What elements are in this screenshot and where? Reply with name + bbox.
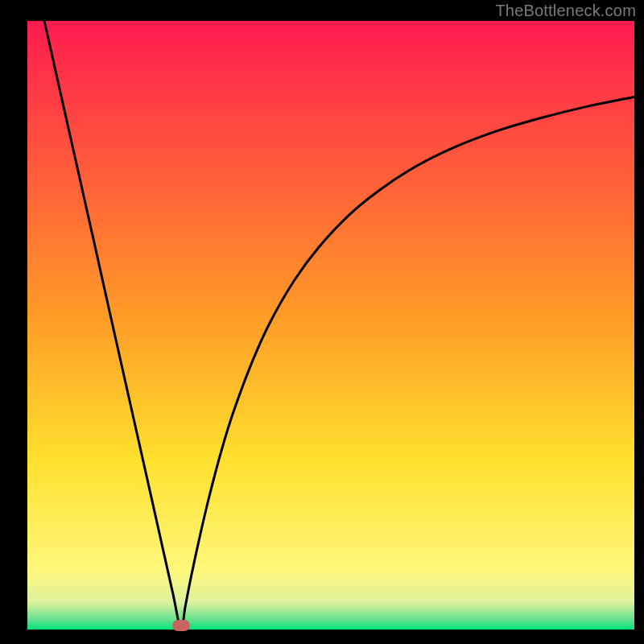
chart-minimum-marker [172, 620, 190, 631]
chart-svg [27, 21, 634, 630]
chart-area [27, 21, 634, 630]
watermark-text: TheBottleneck.com [495, 2, 636, 20]
chart-frame [27, 21, 634, 630]
chart-background [27, 21, 634, 630]
